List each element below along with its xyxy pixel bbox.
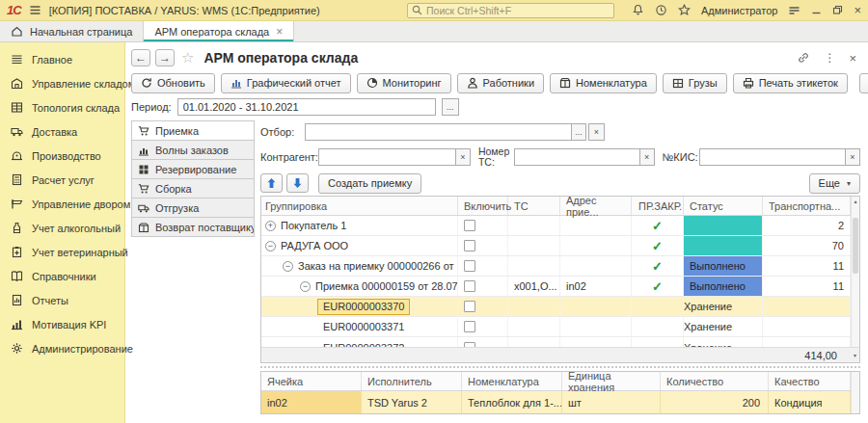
include-checkbox[interactable] [464,301,475,312]
sidebar-item-topology[interactable]: Топология склада [0,95,124,119]
favorites-star-icon[interactable] [678,4,691,16]
col-cell-header[interactable]: Ячейка [261,372,362,390]
period-picker-button[interactable]: ... [442,98,459,116]
counterparty-clear-button[interactable]: × [455,148,471,166]
sidebar-item-catalogs[interactable]: Справочники [0,264,124,288]
detail-vertical-scrollbar[interactable] [851,372,859,413]
selection-filter-input[interactable] [305,123,571,141]
table-row[interactable]: −РАДУГА ООО ✓ 70 [261,236,859,256]
vehicle-clear-button[interactable]: × [639,148,655,166]
graphic-report-button[interactable]: Графический отчет [221,73,351,93]
toolbar-more-button[interactable]: Еще ▾ [859,73,868,93]
col-nomenclature-header[interactable]: Номенклатура [462,372,562,390]
cargo-button[interactable]: Грузы [663,73,727,93]
collapse-icon[interactable]: − [300,281,311,292]
sidebar-item-veterinary[interactable]: Учет ветеринарный [0,240,124,264]
table-row[interactable]: EUR0000003372 Хранение [261,337,859,347]
restore-window-icon[interactable] [832,5,843,15]
main-menu-icon[interactable] [29,4,41,16]
minimize-icon[interactable] [811,5,822,15]
col-quality-header[interactable]: Качество [769,372,851,390]
tab-volny-zakazov[interactable]: Волны заказов [131,140,255,160]
kis-clear-button[interactable]: × [845,148,860,166]
more-menu-icon[interactable]: ⋮ [824,51,835,65]
monitoring-button[interactable]: Мониторинг [357,73,451,93]
include-checkbox[interactable] [464,220,475,231]
table-row[interactable]: −Приемка 000000159 от 28.07.202... x001,… [261,277,859,297]
global-search[interactable] [407,3,614,18]
notifications-bell-icon[interactable] [632,4,644,16]
create-receipt-button[interactable]: Создать приемку [318,173,421,194]
tab-priemka[interactable]: Приемка [131,120,255,141]
col-transport-header[interactable]: Транспортна... [763,197,851,215]
table-row[interactable]: +Покупатель 1 ✓ 2 [261,216,859,236]
sidebar-item-delivery[interactable]: Доставка [0,119,124,144]
grid-more-button[interactable]: Еще ▾ [809,173,860,194]
tab-vozvrat-postavschiku[interactable]: Возврат поставщику [131,217,255,237]
expand-icon[interactable]: + [265,221,276,231]
nav-forward-button[interactable]: → [155,49,175,66]
col-executor-header[interactable]: Исполнитель [362,372,462,390]
table-row[interactable]: EUR0000003371 Хранение [261,317,859,337]
col-quantity-header[interactable]: Количество [661,372,769,390]
sidebar-item-yard-mgmt[interactable]: Управление двором [0,192,124,216]
include-checkbox[interactable] [464,260,475,272]
tab-rezervirovanie[interactable]: Резервирование [131,159,255,179]
scroll-down-icon[interactable]: ▾ [851,352,859,358]
col-group-header[interactable]: Группировка [261,197,458,215]
include-checkbox[interactable] [464,280,475,292]
favorite-star-icon[interactable]: ☆ [181,49,194,66]
col-vehicle-header[interactable]: ТС [508,197,560,215]
tab-otgruzka[interactable]: Отгрузка [131,198,255,218]
service-menu-icon[interactable] [788,4,800,16]
current-user[interactable]: Администратор [701,5,777,16]
include-checkbox[interactable] [464,321,475,332]
kis-input[interactable] [699,148,845,166]
move-up-button[interactable] [260,173,283,193]
refresh-button[interactable]: Обновить [131,73,215,93]
panel-splitter[interactable] [260,366,860,368]
close-form-icon[interactable]: × [849,51,856,66]
sidebar-item-administration[interactable]: Администрирование [0,336,124,360]
counterparty-input[interactable] [318,148,455,166]
search-input[interactable] [426,5,610,16]
sidebar-item-reports[interactable]: Отчеты [0,288,124,312]
col-include-header[interactable]: Включить [458,197,508,215]
selection-picker-button[interactable]: ... [571,123,586,141]
grid-vertical-scrollbar[interactable]: ▴ [851,197,859,347]
col-przakr-header[interactable]: ПР.ЗАКР. [632,197,684,215]
sidebar-item-main[interactable]: Главное [0,47,124,71]
tab-home[interactable]: Начальная страница [0,21,143,41]
focused-cell[interactable]: EUR0000003370 [317,299,410,315]
detail-row-selected[interactable]: in02 TSD Yarus 2 Теплоблок для 1-... шт … [261,391,859,413]
print-labels-button[interactable]: Печать этикеток [733,73,848,93]
close-window-icon[interactable]: × [854,4,861,16]
col-address-header[interactable]: Адрес прие... [560,197,632,215]
workers-button[interactable]: Работники [457,73,544,93]
col-status-header[interactable]: Статус [684,197,763,215]
sidebar-item-kpi[interactable]: Мотивация KPI [0,312,124,336]
sidebar-item-services-calc[interactable]: Расчет услуг [0,168,124,192]
table-row-selected[interactable]: EUR0000003370 Хранение [261,297,859,317]
collapse-icon[interactable]: − [265,241,276,251]
sidebar-item-production[interactable]: Производство [0,144,124,168]
nav-back-button[interactable]: ← [131,49,150,66]
include-checkbox[interactable] [464,240,475,251]
nomenclature-button[interactable]: Номенклатура [550,73,657,93]
include-checkbox[interactable] [464,342,475,348]
tab-arm-operator[interactable]: АРМ оператора склада × [143,21,294,41]
scrollbar-thumb[interactable] [853,218,858,274]
get-link-icon[interactable] [797,51,810,65]
selection-clear-button[interactable]: × [588,123,605,141]
tab-sborka[interactable]: Сборка [131,178,255,198]
period-input[interactable] [177,98,436,116]
sidebar-item-warehouse-mgmt[interactable]: Управление складом [0,71,124,95]
vehicle-number-input[interactable] [514,148,639,166]
sidebar-item-alcohol[interactable]: Учет алкогольный [0,216,124,240]
tab-close-icon[interactable]: × [276,25,283,39]
history-clock-icon[interactable] [655,4,667,16]
move-down-button[interactable] [286,173,309,193]
table-row[interactable]: −Заказ на приемку 000000266 от 27... ✓ В… [261,256,859,277]
collapse-icon[interactable]: − [283,261,293,272]
scroll-up-icon[interactable]: ▴ [852,198,859,204]
